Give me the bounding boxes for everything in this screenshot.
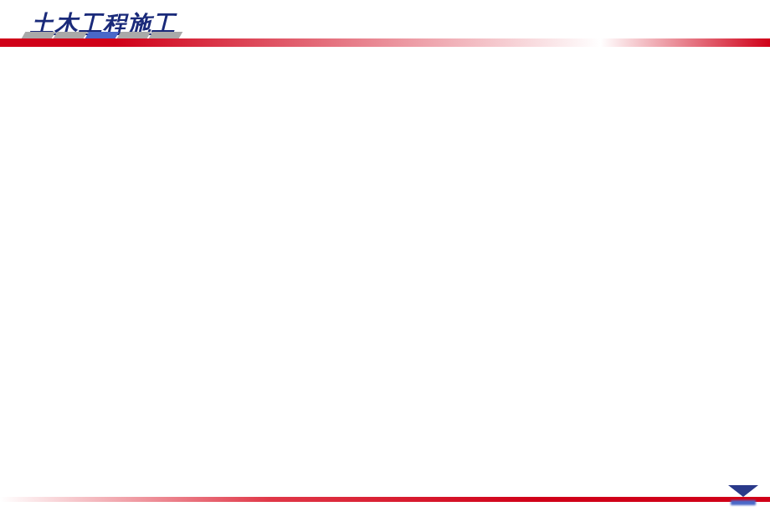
parallelogram-decor — [85, 32, 120, 38]
down-arrow-icon — [726, 485, 760, 510]
arrow-triangle — [728, 485, 758, 497]
parallelogram-decor — [149, 32, 183, 38]
parallelogram-decor — [117, 32, 151, 38]
parallelogram-decor — [22, 32, 56, 38]
arrow-base — [731, 500, 756, 505]
header-parallelogram-row — [23, 32, 182, 38]
slide-content-area — [0, 47, 770, 497]
footer-divider-bar — [0, 497, 770, 502]
header-divider-bar — [0, 38, 770, 47]
parallelogram-decor — [54, 32, 88, 38]
